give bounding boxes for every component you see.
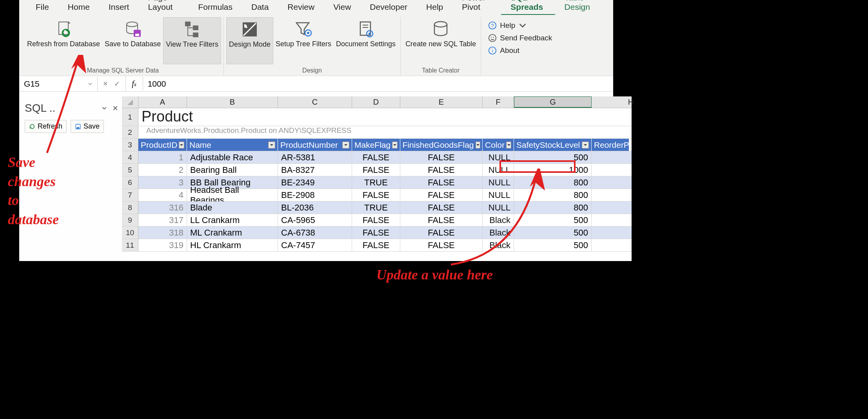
name-box[interactable]: G15 xyxy=(19,77,98,91)
fx-icon[interactable]: fx xyxy=(126,77,143,91)
cell[interactable]: FALSE xyxy=(352,189,400,201)
filter-icon[interactable] xyxy=(476,141,480,149)
cell[interactable]: Black xyxy=(483,227,514,239)
cell[interactable]: 2 xyxy=(138,164,187,176)
table-header-makeflag[interactable]: MakeFlag xyxy=(352,139,400,151)
cell[interactable]: LL Crankarm xyxy=(187,214,278,226)
cell[interactable]: NULL xyxy=(483,201,514,214)
select-all-corner[interactable] xyxy=(122,96,138,108)
cell[interactable]: Black xyxy=(483,239,514,251)
worksheet[interactable]: A B C D E F G H 1 Product 2 AdventureWor… xyxy=(122,96,632,261)
col-header-E[interactable]: E xyxy=(400,96,483,108)
row-header[interactable]: 7 xyxy=(122,189,138,201)
cell[interactable]: 500 xyxy=(514,151,592,163)
cell[interactable]: ML Crankarm xyxy=(187,227,278,239)
cell[interactable]: NULL xyxy=(483,151,514,163)
design-mode-button[interactable]: Design Mode xyxy=(226,17,273,64)
tab-developer[interactable]: Developer xyxy=(360,0,417,15)
cell[interactable]: TRUE xyxy=(352,176,400,189)
refresh-from-database-button[interactable]: Refresh from Database xyxy=(25,17,102,64)
tab-sql-spreads[interactable]: SQL Spreads xyxy=(501,0,555,15)
create-new-sql-table-button[interactable]: Create new SQL Table xyxy=(403,17,478,64)
cell[interactable]: FALSE xyxy=(352,227,400,239)
cell[interactable]: 4 xyxy=(138,189,187,201)
cell[interactable]: Headset Ball Bearings xyxy=(187,189,278,201)
sidebar-refresh-button[interactable]: Refresh xyxy=(25,120,67,133)
about-link[interactable]: i About xyxy=(486,45,554,56)
setup-tree-filters-button[interactable]: Setup Tree Filters xyxy=(273,17,334,64)
table-header-productnumber[interactable]: ProductNumber xyxy=(278,139,352,151)
filter-icon[interactable] xyxy=(268,141,275,149)
cell[interactable]: FALSE xyxy=(400,151,483,163)
row-header[interactable]: 10 xyxy=(122,227,138,239)
table-header-reorderpoint[interactable]: ReorderPoint xyxy=(592,139,629,151)
tab-home[interactable]: Home xyxy=(58,0,99,15)
close-icon[interactable]: × xyxy=(113,103,118,114)
cell[interactable]: NULL xyxy=(483,164,514,176)
cell[interactable]: 800 xyxy=(514,201,592,214)
col-header-D[interactable]: D xyxy=(352,96,400,108)
cell[interactable]: CA-7457 xyxy=(278,239,352,251)
tab-formulas[interactable]: Formulas xyxy=(189,0,242,15)
tab-data[interactable]: Data xyxy=(242,0,278,15)
save-to-database-button[interactable]: Save to Database xyxy=(102,17,163,64)
filter-icon[interactable] xyxy=(582,141,589,149)
cell[interactable]: 1 xyxy=(138,151,187,163)
cell[interactable]: 318 xyxy=(138,227,187,239)
sidebar-save-button[interactable]: Save xyxy=(71,120,104,133)
document-settings-button[interactable]: Document Settings xyxy=(334,17,398,64)
row-header[interactable]: 4 xyxy=(122,151,138,164)
row-header[interactable]: 1 xyxy=(122,108,138,126)
row-header[interactable]: 3 xyxy=(122,139,138,151)
cell[interactable]: BE-2908 xyxy=(278,189,352,201)
cell[interactable]: TRUE xyxy=(352,201,400,214)
table-header-productid[interactable]: ProductID xyxy=(138,139,187,151)
tab-page-layout[interactable]: Page Layout xyxy=(138,0,189,15)
view-tree-filters-button[interactable]: View Tree Filters xyxy=(163,17,221,64)
cell[interactable]: BL-2036 xyxy=(278,201,352,214)
table-header-color[interactable]: Color xyxy=(483,139,514,151)
table-header-safetystocklevel[interactable]: SafetyStockLevel xyxy=(514,139,592,151)
col-header-A[interactable]: A xyxy=(138,96,187,108)
cell[interactable]: Bearing Ball xyxy=(187,164,278,176)
cell[interactable]: 317 xyxy=(138,214,187,226)
cell[interactable]: FALSE xyxy=(400,227,483,239)
cell[interactable]: 800 xyxy=(514,189,592,201)
accept-formula-icon[interactable]: ✓ xyxy=(114,80,120,88)
cell[interactable]: FALSE xyxy=(400,239,483,251)
tab-review[interactable]: Review xyxy=(278,0,324,15)
cell[interactable]: 3 xyxy=(138,176,187,189)
cell[interactable]: Black xyxy=(483,214,514,226)
tab-table-design[interactable]: Table Design xyxy=(555,0,606,15)
cell[interactable]: FALSE xyxy=(352,214,400,226)
table-header-name[interactable]: Name xyxy=(187,139,278,151)
cell[interactable]: 500 xyxy=(514,214,592,226)
col-header-F[interactable]: F xyxy=(483,96,514,108)
tab-insert[interactable]: Insert xyxy=(99,0,139,15)
tab-help[interactable]: Help xyxy=(417,0,452,15)
row-header[interactable]: 2 xyxy=(122,126,138,139)
tab-view[interactable]: View xyxy=(324,0,360,15)
table-header-finishedgoodsflag[interactable]: FinishedGoodsFlag xyxy=(400,139,483,151)
cell[interactable]: AR-5381 xyxy=(278,151,352,163)
tab-file[interactable]: File xyxy=(26,0,58,15)
cell[interactable]: FALSE xyxy=(400,214,483,226)
cell[interactable]: FALSE xyxy=(400,189,483,201)
cell[interactable]: BA-8327 xyxy=(278,164,352,176)
cell[interactable]: Blade xyxy=(187,201,278,214)
row-header[interactable]: 5 xyxy=(122,164,138,176)
cell[interactable]: NULL xyxy=(483,176,514,189)
col-header-C[interactable]: C xyxy=(278,96,352,108)
row-header[interactable]: 6 xyxy=(122,176,138,189)
help-link[interactable]: ? Help xyxy=(486,20,554,31)
cell[interactable]: FALSE xyxy=(352,164,400,176)
chevron-down-icon[interactable] xyxy=(102,105,107,111)
row-header[interactable]: 11 xyxy=(122,239,138,252)
cell[interactable]: 319 xyxy=(138,239,187,251)
row-header[interactable]: 9 xyxy=(122,214,138,227)
cell[interactable]: 1000 xyxy=(514,164,592,176)
cell[interactable]: 500 xyxy=(514,239,592,251)
cell[interactable]: FALSE xyxy=(352,239,400,251)
cell[interactable]: FALSE xyxy=(400,201,483,214)
col-header-H[interactable]: H xyxy=(592,96,670,108)
